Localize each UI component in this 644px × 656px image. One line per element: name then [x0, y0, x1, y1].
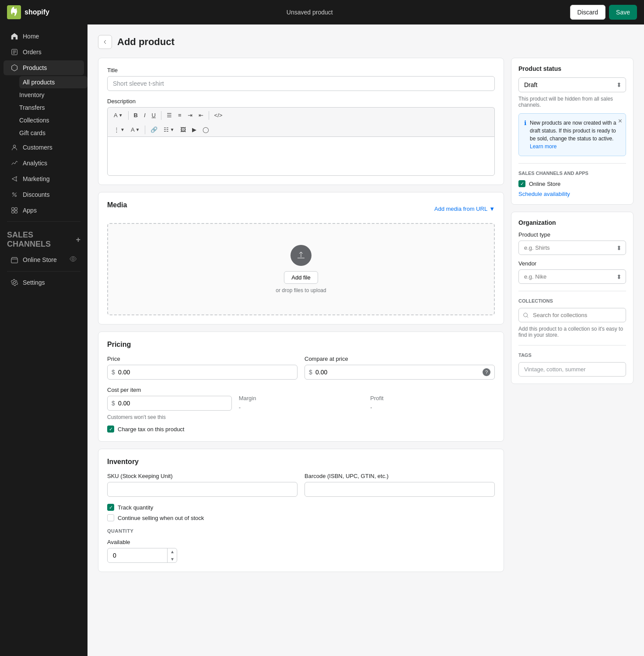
- margin-label: Margin: [239, 395, 364, 401]
- analytics-icon: [10, 159, 18, 167]
- qty-up-arrow[interactable]: ▲: [168, 548, 177, 555]
- sidebar-label-discounts: Discounts: [23, 191, 49, 198]
- close-info-button[interactable]: ×: [618, 117, 622, 125]
- sidebar-sub-collections[interactable]: Collections: [19, 114, 88, 126]
- add-media-button[interactable]: Add media from URL ▼: [434, 206, 495, 212]
- available-label: Available: [107, 539, 495, 545]
- sidebar-item-apps[interactable]: Apps: [4, 203, 84, 218]
- save-button[interactable]: Save: [609, 5, 637, 20]
- color-btn[interactable]: A ▼: [128, 125, 143, 135]
- link-btn[interactable]: 🔗: [148, 125, 160, 135]
- sidebar-sub-inventory[interactable]: Inventory: [19, 89, 88, 101]
- underline-btn[interactable]: U: [149, 110, 158, 120]
- status-select[interactable]: Draft Active: [518, 77, 626, 92]
- vendor-input[interactable]: [518, 269, 626, 284]
- eye-icon[interactable]: [69, 255, 77, 264]
- sidebar-label-customers: Customers: [23, 144, 52, 151]
- sidebar-item-analytics[interactable]: Analytics: [4, 156, 84, 171]
- learn-more-link[interactable]: Learn more: [530, 143, 556, 150]
- schedule-link[interactable]: Schedule availability: [518, 191, 626, 197]
- discounts-icon: [10, 191, 18, 199]
- cost-input[interactable]: [107, 396, 232, 411]
- media-title: Media: [107, 201, 127, 209]
- compare-input[interactable]: [304, 365, 495, 380]
- upload-icon: [290, 245, 312, 266]
- continue-selling-checkbox[interactable]: [107, 514, 114, 521]
- charge-tax-row[interactable]: Charge tax on this product: [107, 426, 495, 433]
- sidebar-item-marketing[interactable]: Marketing: [4, 171, 84, 186]
- online-store-checkbox[interactable]: [518, 180, 525, 187]
- orders-icon: [10, 48, 18, 56]
- help-icon[interactable]: ?: [483, 368, 490, 376]
- sales-channels-label: SALES CHANNELS: [7, 230, 76, 249]
- indent-btn[interactable]: ⇥: [185, 110, 195, 120]
- marketing-icon: [10, 175, 18, 183]
- sidebar-label-apps: Apps: [23, 207, 37, 214]
- italic-btn[interactable]: I: [141, 110, 148, 120]
- ol-btn[interactable]: ≡: [175, 110, 184, 120]
- track-quantity-row[interactable]: Track quantity: [107, 504, 495, 511]
- arrow-up-icon: [296, 250, 306, 261]
- quantity-input[interactable]: [107, 548, 177, 563]
- sidebar-item-customers[interactable]: Customers: [4, 140, 84, 155]
- title-input[interactable]: [107, 76, 495, 91]
- product-type-input[interactable]: [518, 241, 626, 255]
- page-header: Add product: [98, 35, 634, 49]
- ul-btn[interactable]: ☰: [164, 110, 175, 120]
- image-btn[interactable]: 🖼: [178, 125, 189, 135]
- editor-toolbar-row1: A ▼ B I U ☰ ≡ ⇥ ⇤ </>: [107, 107, 495, 123]
- tags-input[interactable]: [518, 362, 626, 377]
- code-btn[interactable]: </>: [212, 110, 225, 120]
- barcode-input[interactable]: [304, 482, 495, 497]
- embed-btn[interactable]: ◯: [200, 125, 212, 135]
- price-input-wrap: $: [107, 365, 298, 380]
- bold-btn[interactable]: B: [131, 110, 140, 120]
- svg-rect-5: [12, 208, 14, 210]
- qty-down-arrow[interactable]: ▼: [168, 555, 177, 563]
- settings-icon: [10, 279, 18, 286]
- compare-prefix: $: [309, 369, 312, 376]
- add-file-button[interactable]: Add file: [284, 271, 318, 284]
- discard-button[interactable]: Discard: [570, 5, 606, 20]
- media-header: Media Add media from URL ▼: [107, 201, 495, 216]
- svg-point-2: [13, 145, 15, 147]
- back-button[interactable]: [98, 35, 112, 49]
- charge-tax-checkbox[interactable]: [107, 426, 114, 433]
- sidebar-sub-transfers[interactable]: Transfers: [19, 101, 88, 114]
- sidebar-item-discounts[interactable]: Discounts: [4, 187, 84, 202]
- online-store-label[interactable]: Online Store: [23, 256, 57, 263]
- sidebar: Home Orders Products All products Invent…: [0, 24, 88, 656]
- product-type-wrap: ⬍: [518, 241, 626, 255]
- online-store-item: Online Store: [4, 251, 84, 268]
- product-status-title: Product status: [518, 65, 626, 72]
- quantity-field: ▲ ▼: [107, 548, 177, 563]
- add-sales-channel-icon[interactable]: +: [76, 235, 80, 244]
- track-quantity-label: Track quantity: [118, 504, 153, 511]
- margin-value: -: [239, 404, 241, 411]
- media-dropzone[interactable]: Add file or drop files to upload: [107, 223, 495, 315]
- sidebar-sub-gift-cards[interactable]: Gift cards: [19, 127, 88, 139]
- inventory-card: Inventory SKU (Stock Keeping Unit) Barco…: [98, 449, 504, 572]
- sidebar-sub-all-products[interactable]: All products: [19, 76, 88, 88]
- collections-search-input[interactable]: [518, 308, 626, 322]
- sidebar-item-settings[interactable]: Settings: [4, 275, 84, 290]
- sidebar-item-home[interactable]: Home: [4, 29, 84, 44]
- align-btn[interactable]: ⋮ ▼: [111, 125, 127, 135]
- track-quantity-checkbox[interactable]: [107, 504, 114, 511]
- home-icon: [10, 32, 18, 40]
- svg-point-10: [72, 258, 74, 260]
- sidebar-item-orders[interactable]: Orders: [4, 45, 84, 59]
- editor-body[interactable]: [107, 136, 495, 176]
- sidebar-item-products[interactable]: Products: [4, 60, 84, 75]
- price-field: Price $: [107, 356, 298, 380]
- online-store-channel-name: Online Store: [529, 181, 560, 187]
- continue-selling-row[interactable]: Continue selling when out of stock: [107, 514, 495, 521]
- table-btn[interactable]: ☷ ▼: [161, 125, 177, 135]
- video-btn[interactable]: ▶: [189, 125, 199, 135]
- font-btn[interactable]: A ▼: [111, 110, 126, 120]
- price-input[interactable]: [107, 365, 298, 380]
- status-select-wrap: Draft Active ⬍: [518, 77, 626, 92]
- sku-input[interactable]: [107, 482, 298, 497]
- pricing-title: Pricing: [107, 341, 495, 349]
- outdent-btn[interactable]: ⇤: [196, 110, 206, 120]
